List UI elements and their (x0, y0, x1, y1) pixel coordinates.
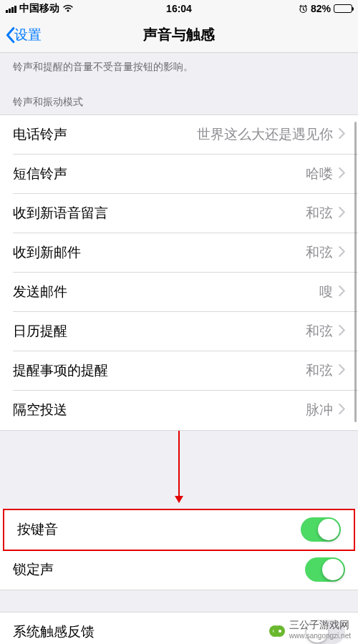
cell-label: 发送邮件 (13, 283, 67, 301)
chevron-right-icon (339, 128, 345, 142)
page-title: 声音与触感 (143, 25, 215, 44)
watermark-logo-icon (269, 623, 285, 637)
chevron-right-icon (339, 207, 345, 220)
battery-percent: 82% (311, 3, 331, 14)
back-label: 设置 (14, 26, 42, 44)
nav-bar: 设置 声音与触感 (0, 17, 358, 53)
chevron-right-icon (339, 364, 345, 378)
cell-value: 和弦 (108, 204, 333, 223)
wifi-icon (62, 4, 74, 13)
cell-label: 日历提醒 (13, 322, 67, 341)
cell-new-voicemail[interactable]: 收到新语音留言 和弦 (0, 194, 358, 233)
cell-value: 和弦 (108, 361, 333, 380)
volume-buttons-footer: 铃声和提醒的音量不受音量按钮的影响。 (0, 53, 358, 82)
chevron-right-icon (339, 246, 345, 260)
annotation-arrow (0, 431, 358, 509)
chevron-right-icon (339, 286, 345, 299)
status-right: 82% (299, 3, 352, 14)
cell-sent-mail[interactable]: 发送邮件 嗖 (0, 273, 358, 312)
cell-value: 脉冲 (67, 401, 333, 419)
chevron-right-icon (339, 325, 345, 338)
chevron-right-icon (339, 167, 345, 181)
cell-new-mail[interactable]: 收到新邮件 和弦 (0, 233, 358, 273)
cell-value: 哈喽 (67, 165, 333, 183)
back-button[interactable]: 设置 (4, 26, 42, 44)
cell-text-tone[interactable]: 短信铃声 哈喽 (0, 155, 358, 194)
cell-value: 世界这么大还是遇见你 (67, 125, 333, 144)
signal-icon (6, 4, 16, 13)
scrollbar[interactable] (354, 122, 357, 508)
keyboard-clicks-toggle[interactable] (301, 517, 341, 542)
scrollbar-thumb[interactable] (354, 122, 357, 422)
battery-icon (334, 4, 352, 13)
cell-label: 提醒事项的提醒 (13, 361, 108, 380)
chevron-right-icon (339, 404, 345, 417)
watermark: 三公子游戏网 www.sangongzi.net (269, 619, 351, 640)
alarm-icon (299, 4, 308, 14)
cell-label: 收到新语音留言 (13, 204, 108, 223)
carrier-label: 中国移动 (19, 2, 59, 15)
cell-label: 系统触感反馈 (13, 623, 95, 641)
status-bar: 中国移动 16:04 82% (0, 0, 358, 17)
cell-airdrop[interactable]: 隔空投送 脉冲 (0, 391, 358, 430)
watermark-text: 三公子游戏网 (289, 619, 351, 632)
cell-value: 嗖 (67, 283, 333, 301)
cell-label: 按键音 (17, 520, 58, 539)
cell-ringtone[interactable]: 电话铃声 世界这么大还是遇见你 (0, 115, 358, 155)
cell-lock-sound[interactable]: 锁定声 (0, 550, 358, 590)
cell-keyboard-clicks[interactable]: 按键音 (4, 510, 354, 550)
cell-value: 和弦 (67, 322, 333, 341)
status-left: 中国移动 (6, 2, 74, 15)
cell-label: 短信铃声 (13, 165, 67, 183)
lock-sound-toggle[interactable] (305, 557, 345, 582)
cell-reminder-alerts[interactable]: 提醒事项的提醒 和弦 (0, 351, 358, 391)
clock: 16:04 (166, 3, 192, 14)
content-scroll[interactable]: 铃声和提醒的音量不受音量按钮的影响。 铃声和振动模式 电话铃声 世界这么大还是遇… (0, 53, 358, 644)
cell-label: 隔空投送 (13, 401, 67, 419)
watermark-url: www.sangongzi.net (289, 632, 351, 640)
cell-calendar-alerts[interactable]: 日历提醒 和弦 (0, 312, 358, 351)
cell-label: 锁定声 (13, 560, 54, 579)
cell-value: 和弦 (81, 243, 333, 262)
cell-label: 电话铃声 (13, 125, 67, 144)
sounds-toggle-group: 按键音 锁定声 (0, 509, 358, 590)
highlight-annotation: 按键音 (3, 509, 355, 551)
ringtones-section-header: 铃声和振动模式 (0, 82, 358, 114)
ringtones-group: 电话铃声 世界这么大还是遇见你 短信铃声 哈喽 收到新语音留言 和弦 收到新邮件… (0, 114, 358, 431)
cell-label: 收到新邮件 (13, 243, 81, 262)
